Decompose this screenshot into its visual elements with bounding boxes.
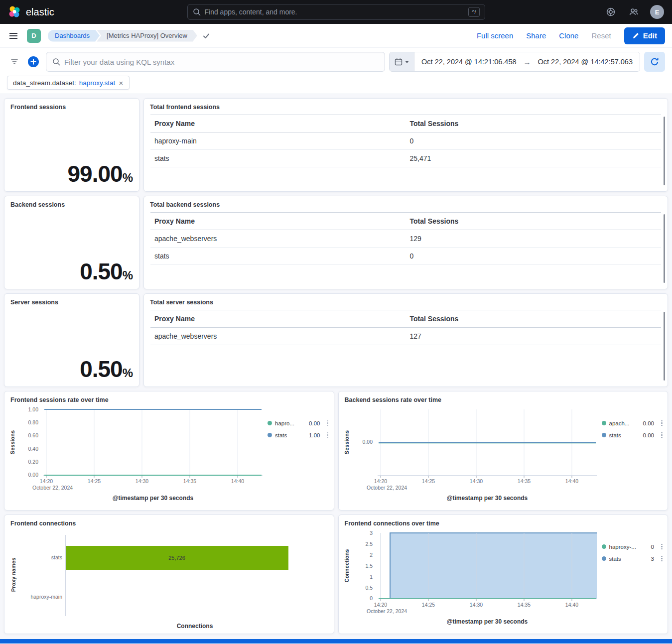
metric-value: 0.50% [80,356,133,383]
legend-item[interactable]: haproxy-... 0 [602,542,664,552]
y-axis-tick-labels: 3 2.5 2 1.5 1 0.5 0 [365,530,373,601]
filter-value: haproxy.stat [79,79,116,87]
calendar-icon [395,58,403,66]
dashboard-toolbar: D Dashboards [Metrics HAProxy] Overview … [0,24,672,48]
scrollbar[interactable] [664,214,665,283]
legend-item[interactable]: stats 0.00 [602,430,664,440]
column-header-total-sessions[interactable]: Total Sessions [406,310,662,327]
column-header-total-sessions[interactable]: Total Sessions [406,212,662,230]
global-header: elastic ^/ E [0,0,672,24]
frontend-connections-chart[interactable]: Proxy names stats haproxy-main 25,726 Co… [10,529,327,632]
kql-filter-input[interactable] [64,58,379,66]
legend-menu-icon[interactable] [326,431,330,439]
calendar-button[interactable] [390,52,414,71]
svg-text:14:20: 14:20 [374,602,387,608]
share-button[interactable]: Share [526,31,546,40]
refresh-button[interactable] [644,52,665,72]
backend-sessions-rate-chart[interactable]: Sessions 0.00 14:20 14:25 14:30 [343,405,602,505]
legend-dot [602,544,606,549]
backend-sessions-table: Proxy Name Total Sessions apache_webserv… [150,212,661,265]
user-group-icon[interactable] [627,5,640,18]
svg-text:14:25: 14:25 [421,478,434,484]
svg-text:14:35: 14:35 [183,478,196,484]
filter-field: data_stream.dataset: [13,79,76,87]
brand-name: elastic [26,6,54,18]
frontend-connections-over-time-chart[interactable]: Connections 3 2.5 2 1.5 1 0.5 0 [343,529,602,629]
kql-filter-bar[interactable] [46,52,385,72]
column-header-proxy-name[interactable]: Proxy Name [150,115,406,132]
column-header-total-sessions[interactable]: Total Sessions [406,115,662,132]
panel-title: Total backend sessions [144,196,668,209]
global-search[interactable]: ^/ [187,4,485,20]
svg-text:0.5: 0.5 [365,585,373,591]
cell-total-sessions: 0 [406,132,662,149]
space-badge[interactable]: D [27,29,41,43]
legend-item[interactable]: apach... 0.00 [602,418,664,428]
x-axis-date-label: October 22, 2024 [32,485,73,491]
legend-item[interactable]: stats 3 [602,554,664,564]
filter-icon[interactable] [7,54,22,69]
edit-button[interactable]: Edit [624,27,665,44]
svg-text:0.60: 0.60 [28,432,39,438]
scrollbar[interactable] [664,312,665,381]
cell-proxy-name: haproxy-main [150,132,406,149]
svg-text:14:30: 14:30 [469,478,482,484]
filter-bar: data_stream.dataset: haproxy.stat × [0,76,672,94]
menu-icon[interactable] [7,29,20,42]
close-icon[interactable]: × [118,79,124,87]
svg-text:3: 3 [370,530,373,536]
svg-text:14:20: 14:20 [374,478,387,484]
y-axis-label: Sessions [9,430,15,454]
search-icon [193,8,201,16]
scrollbar[interactable] [664,117,665,185]
breadcrumb-dashboards[interactable]: Dashboards [48,30,100,42]
svg-text:0.00: 0.00 [28,472,39,478]
legend-item[interactable]: stats 1.00 [268,430,329,440]
svg-text:0.20: 0.20 [28,459,39,465]
legend-menu-icon[interactable] [660,555,664,563]
metric-number: 0.50 [80,258,123,285]
date-range-start[interactable]: Oct 22, 2024 @ 14:21:06.458 [414,52,523,71]
svg-text:14:30: 14:30 [135,478,148,484]
help-icon[interactable] [604,5,617,18]
elastic-logo[interactable]: elastic [8,5,54,18]
add-filter-button[interactable] [26,54,41,69]
legend-menu-icon[interactable] [326,419,330,427]
pencil-icon [632,32,639,39]
legend-item[interactable]: hapro... 0.00 [268,418,329,428]
svg-text:14:35: 14:35 [517,602,530,608]
filter-pill[interactable]: data_stream.dataset: haproxy.stat × [7,76,130,90]
full-screen-button[interactable]: Full screen [477,31,513,40]
query-bar: Oct 22, 2024 @ 14:21:06.458 → Oct 22, 20… [0,48,672,76]
cell-proxy-name: apache_webservers [150,230,406,247]
clone-button[interactable]: Clone [559,31,578,40]
date-range-end[interactable]: Oct 22, 2024 @ 14:42:57.063 [531,52,640,71]
metric-unit: % [123,171,133,185]
panel-server-sessions: Server sessions 0.50% [4,293,139,387]
check-icon[interactable] [202,32,210,40]
x-axis-date-label: October 22, 2024 [367,608,407,614]
y-axis-tick-labels: 1.00 0.80 0.60 0.40 0.20 0.00 [28,406,39,478]
column-header-proxy-name[interactable]: Proxy Name [150,310,406,327]
server-sessions-table: Proxy Name Total Sessions apache_webserv… [150,310,661,345]
cell-total-sessions: 129 [406,230,662,247]
y-axis-label: Connections [344,549,350,582]
frontend-sessions-rate-chart[interactable]: Sessions 1.00 0.80 0.60 0.40 0.20 0.00 [8,405,268,505]
legend-label: stats [275,432,287,438]
table-row: apache_webservers 129 [150,230,661,247]
legend-dot [602,556,606,561]
avatar[interactable]: E [650,5,664,19]
x-axis-title: @timestamp per 30 seconds [113,495,194,502]
x-axis-ticks [381,476,572,478]
legend-value: 0 [651,544,654,550]
legend-menu-icon[interactable] [660,543,664,551]
y-axis-label: Sessions [344,430,350,454]
legend-menu-icon[interactable] [660,419,664,427]
panel-title: Frontend connections over time [339,515,668,528]
metric-number: 0.50 [80,356,123,383]
column-header-proxy-name[interactable]: Proxy Name [150,212,406,230]
reset-button[interactable]: Reset [591,31,611,40]
global-search-input[interactable] [205,8,465,16]
legend-menu-icon[interactable] [660,431,664,439]
cell-proxy-name: apache_webservers [150,327,406,345]
